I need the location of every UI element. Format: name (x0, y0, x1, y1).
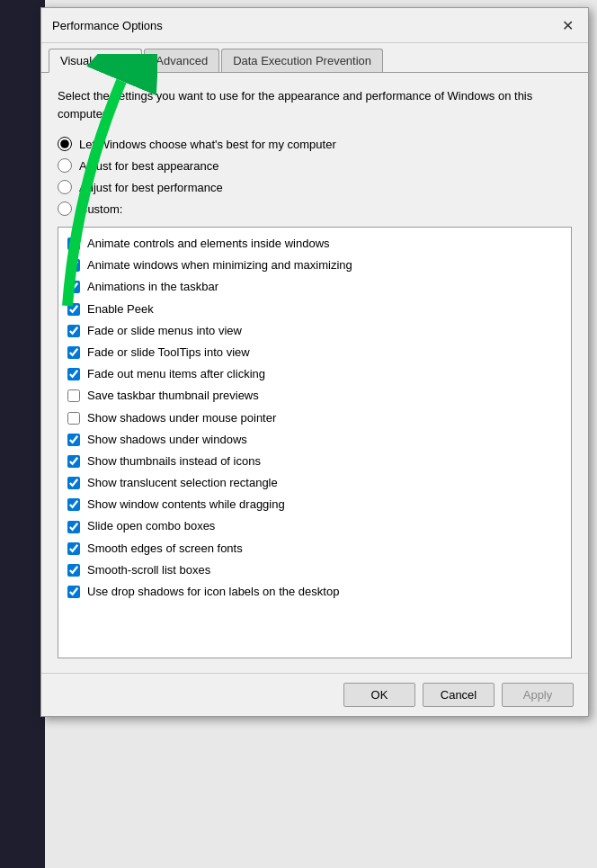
checkbox-label-fade-out-menu: Fade out menu items after clicking (87, 366, 265, 382)
radio-best-performance-label: Adjust for best performance (79, 181, 223, 194)
checkbox-item[interactable]: Enable Peek (66, 299, 564, 320)
checkbox-label-slide-combo-boxes: Slide open combo boxes (87, 518, 215, 534)
checkbox-label-fade-slide-tooltips: Fade or slide ToolTips into view (87, 345, 250, 361)
checkbox-item[interactable]: Show shadows under mouse pointer (66, 407, 564, 429)
checkbox-show-shadows-mouse[interactable] (67, 412, 80, 425)
sidebar-bg (0, 0, 45, 868)
checkbox-label-show-shadows-windows: Show shadows under windows (87, 432, 247, 448)
checkbox-label-animations-taskbar: Animations in the taskbar (87, 279, 218, 295)
checkbox-label-show-window-contents: Show window contents while dragging (87, 497, 285, 513)
checkbox-item[interactable]: Show window contents while dragging (66, 494, 564, 515)
checkbox-label-animate-windows: Animate windows when minimizing and maxi… (87, 257, 352, 273)
checkbox-item[interactable]: Fade or slide menus into view (66, 320, 564, 342)
radio-let-windows[interactable] (58, 137, 72, 151)
checkbox-item[interactable]: Fade or slide ToolTips into view (66, 342, 564, 363)
dialog-footer: OK Cancel Apply (41, 673, 588, 716)
checkbox-show-shadows-windows[interactable] (67, 434, 80, 446)
checkbox-use-drop-shadows[interactable] (67, 586, 80, 598)
radio-group: Let Windows choose what's best for my co… (58, 137, 572, 216)
checkbox-fade-slide-tooltips[interactable] (67, 346, 80, 359)
tab-content: Select the settings you want to use for … (41, 73, 588, 673)
checkbox-item[interactable]: Use drop shadows for icon labels on the … (66, 581, 564, 603)
checkbox-slide-combo-boxes[interactable] (67, 521, 80, 533)
tab-advanced[interactable]: Advanced (144, 49, 219, 72)
checkbox-show-thumbnails[interactable] (67, 455, 80, 468)
checkbox-show-window-contents[interactable] (67, 498, 80, 511)
checkbox-label-smooth-edges: Smooth edges of screen fonts (87, 541, 243, 557)
checkbox-enable-peek[interactable] (67, 303, 80, 316)
tab-data-execution-prevention[interactable]: Data Execution Prevention (221, 49, 383, 72)
checkbox-label-show-shadows-mouse: Show shadows under mouse pointer (87, 410, 276, 426)
dialog-title: Performance Options (52, 19, 163, 32)
checkbox-animations-taskbar[interactable] (67, 281, 80, 293)
checkbox-item[interactable]: Save taskbar thumbnail previews (66, 385, 564, 407)
tab-bar: Visual Effects Advanced Data Execution P… (41, 43, 588, 73)
radio-best-performance[interactable] (58, 180, 72, 194)
checkbox-label-use-drop-shadows: Use drop shadows for icon labels on the … (87, 584, 339, 600)
radio-item-best-appearance[interactable]: Adjust for best appearance (58, 158, 572, 173)
checkbox-label-show-thumbnails: Show thumbnails instead of icons (87, 453, 261, 470)
description-text: Select the settings you want to use for … (58, 87, 572, 122)
checkbox-item[interactable]: Smooth-scroll list boxes (66, 559, 564, 581)
checkbox-show-translucent[interactable] (67, 477, 80, 489)
checkbox-label-smooth-scroll: Smooth-scroll list boxes (87, 562, 210, 578)
checkbox-smooth-edges[interactable] (67, 542, 80, 555)
checkbox-animate-windows[interactable] (67, 259, 80, 272)
checkbox-label-animate-controls: Animate controls and elements inside win… (87, 236, 330, 252)
checkbox-item[interactable]: Show thumbnails instead of icons (66, 451, 564, 472)
checkbox-item[interactable]: Slide open combo boxes (66, 515, 564, 537)
checkbox-smooth-scroll[interactable] (67, 564, 80, 577)
title-bar: Performance Options ✕ (41, 8, 588, 43)
radio-custom[interactable] (58, 201, 72, 216)
performance-options-dialog: Performance Options ✕ Visual Effects Adv… (40, 7, 589, 717)
radio-let-windows-label: Let Windows choose what's best for my co… (79, 138, 336, 151)
checkbox-fade-out-menu[interactable] (67, 368, 80, 380)
radio-best-appearance-label: Adjust for best appearance (79, 159, 218, 173)
radio-item-let-windows[interactable]: Let Windows choose what's best for my co… (58, 137, 572, 151)
radio-item-custom[interactable]: Custom: (58, 201, 572, 216)
checkbox-item[interactable]: Animations in the taskbar (66, 276, 564, 298)
checkbox-fade-slide-menus[interactable] (67, 325, 80, 337)
checkbox-item[interactable]: Fade out menu items after clicking (66, 363, 564, 385)
checkbox-item[interactable]: Smooth edges of screen fonts (66, 538, 564, 559)
checkbox-label-save-taskbar-previews: Save taskbar thumbnail previews (87, 388, 259, 404)
checkbox-label-enable-peek: Enable Peek (87, 301, 154, 318)
apply-button[interactable]: Apply (502, 683, 574, 707)
close-button[interactable]: ✕ (557, 15, 577, 35)
radio-best-appearance[interactable] (58, 158, 72, 173)
checkbox-label-show-translucent: Show translucent selection rectangle (87, 475, 278, 491)
checkbox-item[interactable]: Animate controls and elements inside win… (66, 233, 564, 255)
checkbox-item[interactable]: Show translucent selection rectangle (66, 472, 564, 494)
checkbox-save-taskbar-previews[interactable] (67, 389, 80, 402)
checkbox-label-fade-slide-menus: Fade or slide menus into view (87, 323, 242, 339)
checkbox-item[interactable]: Animate windows when minimizing and maxi… (66, 255, 564, 276)
checkbox-item[interactable]: Show shadows under windows (66, 429, 564, 451)
tab-visual-effects[interactable]: Visual Effects (49, 49, 142, 73)
checkbox-animate-controls[interactable] (67, 237, 80, 250)
radio-item-best-performance[interactable]: Adjust for best performance (58, 180, 572, 194)
ok-button[interactable]: OK (343, 683, 415, 707)
checkbox-list[interactable]: Animate controls and elements inside win… (58, 227, 572, 658)
radio-custom-label: Custom: (79, 202, 122, 216)
cancel-button[interactable]: Cancel (423, 683, 495, 707)
